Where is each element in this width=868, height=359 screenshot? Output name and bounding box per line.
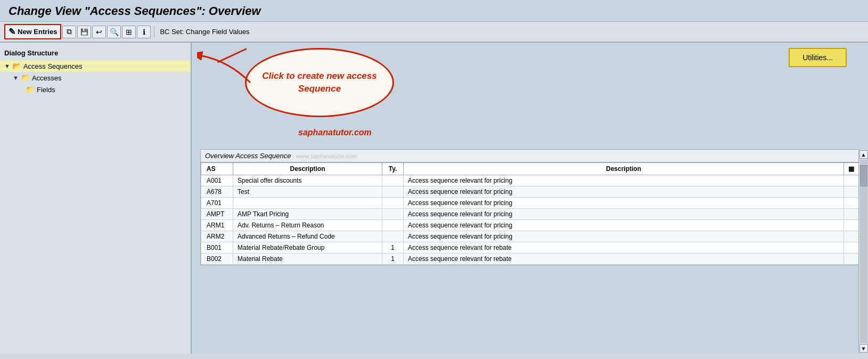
save-button[interactable]: 💾	[77, 26, 91, 38]
cell-as: ARM1	[201, 220, 233, 231]
cell-desc1: Material Rebate	[233, 254, 382, 265]
new-entries-label: New Entries	[18, 28, 57, 36]
save-icon: 💾	[80, 28, 88, 36]
info-icon: ℹ	[143, 28, 145, 36]
table-row[interactable]: B001 Material Rebate/Rebate Group 1 Acce…	[201, 242, 859, 254]
scroll-track	[860, 160, 867, 343]
table-row[interactable]: A001 Special offer discounts Access sequ…	[201, 175, 859, 186]
cell-desc2: Access sequence relevant for pricing	[404, 186, 844, 198]
table-container: Overview Access Sequence www.saphanatuto…	[200, 149, 859, 265]
main-content: Dialog Structure ▼ 📂 Access Sequences ▼ …	[0, 43, 868, 354]
info-button[interactable]: ℹ	[137, 26, 151, 38]
cell-as: ARM2	[201, 231, 233, 242]
access-sequence-table: AS Description Ty. Description ▦ A001 Sp…	[201, 162, 859, 265]
table-row[interactable]: ARM2 Advanced Returns – Refund Code Acce…	[201, 231, 859, 242]
cell-icon	[844, 198, 859, 209]
table-row[interactable]: A678 Test Access sequence relevant for p…	[201, 186, 859, 198]
scroll-up-button[interactable]: ▲	[859, 150, 868, 159]
tree-arrow-access-sequences: ▼	[4, 63, 10, 69]
col-header-as: AS	[201, 163, 233, 175]
table-header-row: AS Description Ty. Description ▦	[201, 163, 859, 175]
toolbar-separator	[154, 26, 154, 38]
cell-as: A001	[201, 175, 233, 186]
copy-icon: ⧉	[67, 27, 72, 36]
cell-icon	[844, 175, 859, 186]
folder-accesses-icon: 📁	[21, 74, 30, 82]
cell-as: A701	[201, 198, 233, 209]
cell-desc2: Access sequence relevant for pricing	[404, 220, 844, 231]
cell-desc1: Adv. Returns – Return Reason	[233, 220, 382, 231]
cell-desc2: Access sequence relevant for pricing	[404, 175, 844, 186]
tree-item-access-sequences[interactable]: ▼ 📂 Access Sequences	[0, 60, 191, 72]
cell-desc2: Access sequence relevant for pricing	[404, 231, 844, 242]
cell-desc2: Access sequence relevant for pricing	[404, 198, 844, 209]
bc-set-label: BC Set: Change Field Values	[160, 28, 249, 36]
find-button[interactable]: 🔍	[107, 26, 121, 38]
copy-button[interactable]: ⧉	[62, 26, 76, 38]
col-header-desc2: Description	[404, 163, 844, 175]
watermark: www.saphanatutor.com	[293, 153, 357, 159]
page-title: Change View "Access Sequences": Overview	[9, 4, 859, 18]
new-entries-icon: ✎	[9, 27, 15, 37]
scroll-down-button[interactable]: ▼	[859, 344, 868, 353]
dialog-structure-title: Dialog Structure	[0, 47, 191, 60]
new-entries-button[interactable]: ✎ New Entries	[4, 24, 61, 39]
tree-item-accesses[interactable]: ▼ 📁 Accesses	[0, 72, 191, 84]
table-row[interactable]: B002 Material Rebate 1 Access sequence r…	[201, 254, 859, 265]
tree-label-accesses: Accesses	[32, 74, 62, 82]
find-next-icon: ⊞	[126, 28, 132, 36]
cell-icon	[844, 242, 859, 254]
cell-as: B001	[201, 242, 233, 254]
cell-as: B002	[201, 254, 233, 265]
tree-label-fields: Fields	[37, 86, 55, 94]
cell-ty	[382, 209, 404, 220]
col-header-icon: ▦	[844, 163, 859, 175]
cell-desc2: Access sequence relevant for rebate	[404, 242, 844, 254]
scroll-thumb[interactable]	[860, 165, 867, 186]
find-next-button[interactable]: ⊞	[122, 26, 136, 38]
cell-desc1: Material Rebate/Rebate Group	[233, 242, 382, 254]
cell-as: A678	[201, 186, 233, 198]
col-header-ty: Ty.	[382, 163, 404, 175]
table-row[interactable]: A701 Access sequence relevant for pricin…	[201, 198, 859, 209]
cell-desc1: Special offer discounts	[233, 175, 382, 186]
cell-icon	[844, 186, 859, 198]
tree-item-fields[interactable]: 📁 Fields	[0, 84, 191, 95]
cell-desc1: Test	[233, 186, 382, 198]
cell-ty	[382, 198, 404, 209]
cell-desc1: Advanced Returns – Refund Code	[233, 231, 382, 242]
table-row[interactable]: AMPT AMP Tkart Pricing Access sequence r…	[201, 209, 859, 220]
utilities-button[interactable]: Utilities...	[789, 48, 847, 67]
toolbar: ✎ New Entries ⧉ 💾 ↩ 🔍 ⊞ ℹ BC Set: Change…	[0, 22, 868, 43]
cell-icon	[844, 209, 859, 220]
website-label: saphanatutor.com	[298, 128, 372, 137]
undo-icon: ↩	[96, 28, 102, 36]
callout-arrow	[197, 51, 261, 93]
cell-ty: 1	[382, 242, 404, 254]
tooltip-text: Click to create new access Sequence	[247, 70, 392, 95]
tooltip-balloon: Click to create new access Sequence	[245, 48, 394, 117]
folder-fields-icon: 📁	[26, 85, 35, 94]
cell-ty	[382, 175, 404, 186]
right-panel: Click to create new access Sequence saph…	[192, 43, 868, 354]
sidebar: Dialog Structure ▼ 📂 Access Sequences ▼ …	[0, 43, 192, 354]
cell-desc2: Access sequence relevant for pricing	[404, 209, 844, 220]
cell-desc1: AMP Tkart Pricing	[233, 209, 382, 220]
tree-label-access-sequences: Access Sequences	[23, 62, 83, 70]
folder-open-icon: 📂	[12, 62, 21, 70]
cell-desc1	[233, 198, 382, 209]
title-bar: Change View "Access Sequences": Overview	[0, 0, 868, 22]
col-header-desc1: Description	[233, 163, 382, 175]
cell-icon	[844, 231, 859, 242]
cell-ty	[382, 186, 404, 198]
table-row[interactable]: ARM1 Adv. Returns – Return Reason Access…	[201, 220, 859, 231]
cell-icon	[844, 220, 859, 231]
utilities-label: Utilities...	[803, 53, 833, 62]
cell-ty	[382, 220, 404, 231]
cell-as: AMPT	[201, 209, 233, 220]
find-icon: 🔍	[110, 28, 119, 36]
tree-arrow-accesses: ▼	[13, 75, 19, 81]
cell-icon	[844, 254, 859, 265]
scrollbar: ▲ ▼	[858, 149, 868, 354]
undo-button[interactable]: ↩	[92, 26, 106, 38]
